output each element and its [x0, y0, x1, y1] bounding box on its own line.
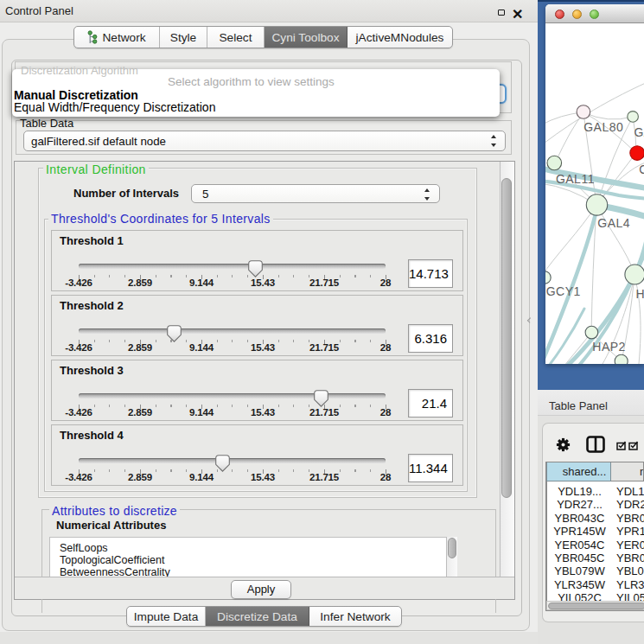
- svg-text:CR: CR: [639, 163, 644, 176]
- svg-text:HI: HI: [636, 287, 644, 301]
- svg-text:GAL80: GAL80: [583, 120, 623, 134]
- svg-text:GAL2: GAL2: [634, 125, 644, 139]
- svg-text:GAL4: GAL4: [597, 216, 630, 230]
- svg-text:HAP2: HAP2: [592, 340, 626, 354]
- svg-text:GCY1: GCY1: [546, 284, 581, 298]
- svg-text:GAL11: GAL11: [556, 172, 595, 186]
